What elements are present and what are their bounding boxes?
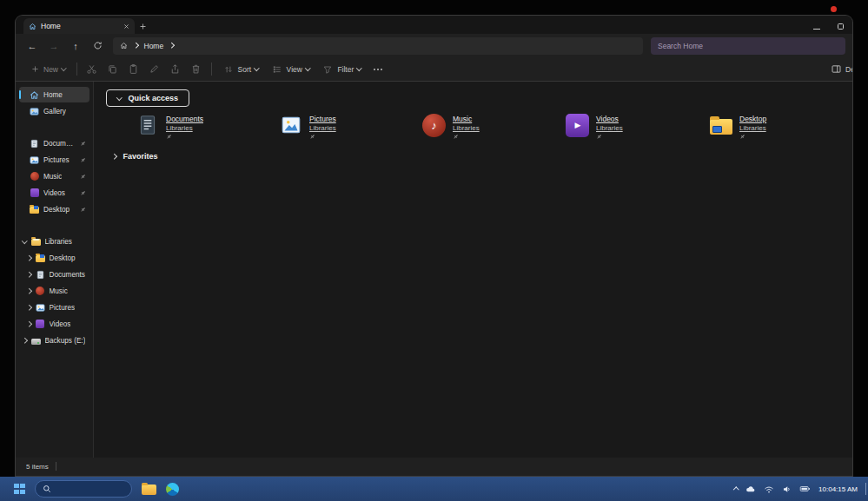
- new-button[interactable]: New: [24, 60, 72, 79]
- back-icon: ←: [28, 41, 37, 51]
- view-button-label: View: [287, 65, 302, 74]
- chevron-right-icon[interactable]: [26, 305, 31, 310]
- sidebar-item-label: Gallery: [43, 108, 66, 115]
- details-pane-button[interactable]: Details: [831, 57, 852, 81]
- breadcrumb-chevron-icon[interactable]: [169, 43, 174, 48]
- volume-icon[interactable]: [782, 485, 792, 494]
- chevron-down-icon: [61, 65, 66, 70]
- item-location: Libraries: [739, 124, 766, 132]
- sidebar-item-libraries-documents[interactable]: Documents: [19, 267, 89, 282]
- desktop-icon: [36, 254, 45, 263]
- quick-access-item-documents[interactable]: Documents Libraries: [136, 114, 279, 140]
- tray-overflow-chevron-icon[interactable]: [733, 487, 739, 492]
- play-glyph: ▶: [575, 121, 581, 129]
- sort-button[interactable]: Sort: [216, 60, 265, 79]
- back-button[interactable]: ←: [23, 37, 42, 55]
- sidebar-item-label: Pictures: [43, 156, 70, 164]
- refresh-button[interactable]: [88, 37, 107, 55]
- cut-button[interactable]: [82, 60, 103, 79]
- videos-icon: [36, 320, 45, 329]
- refresh-icon: [93, 41, 103, 50]
- delete-button[interactable]: [186, 60, 207, 79]
- taskbar-clock[interactable]: 10:04:15 AM: [818, 485, 858, 493]
- sidebar-item-music-pinned[interactable]: Music: [19, 168, 89, 184]
- quick-access-section-header[interactable]: Quick access: [106, 89, 189, 107]
- quick-access-item-pictures[interactable]: Pictures Libraries: [279, 114, 422, 140]
- up-button[interactable]: ↑: [66, 37, 85, 55]
- new-tab-button[interactable]: [135, 18, 150, 34]
- sidebar-item-desktop-pinned[interactable]: Desktop: [19, 201, 89, 217]
- view-button[interactable]: View: [265, 60, 316, 79]
- up-icon: ↑: [73, 41, 78, 51]
- onedrive-cloud-icon[interactable]: [745, 485, 756, 493]
- sidebar-item-libraries-desktop[interactable]: Desktop: [19, 250, 89, 266]
- more-options-button[interactable]: [368, 60, 388, 79]
- sidebar-item-documents-pinned[interactable]: Documents: [19, 135, 89, 151]
- favorites-label: Favorites: [123, 152, 158, 161]
- tab-strip: Home: [16, 16, 852, 34]
- chevron-right-icon[interactable]: [22, 338, 27, 343]
- chevron-right-icon[interactable]: [26, 272, 31, 277]
- sidebar-item-label: Videos: [43, 189, 65, 197]
- sidebar-item-label: Desktop: [43, 206, 70, 214]
- chevron-right-icon[interactable]: [26, 288, 31, 293]
- battery-icon[interactable]: [799, 485, 811, 493]
- forward-icon: →: [50, 41, 59, 51]
- maximize-button[interactable]: [838, 17, 844, 33]
- pin-icon: [739, 134, 766, 140]
- sidebar-item-videos-pinned[interactable]: Videos: [19, 185, 89, 201]
- paste-button[interactable]: [123, 60, 144, 79]
- navigation-pane: Home Gallery Documents: [16, 82, 94, 458]
- rename-button[interactable]: [144, 60, 165, 79]
- breadcrumb-home-icon[interactable]: [120, 42, 128, 49]
- sidebar-item-libraries-videos[interactable]: Videos: [19, 316, 89, 332]
- sidebar-item-backups-drive[interactable]: Backups (E:): [19, 333, 89, 348]
- command-bar: New Sort: [16, 57, 852, 82]
- sidebar-item-libraries[interactable]: Libraries: [19, 234, 89, 249]
- chevron-down-icon[interactable]: [22, 238, 27, 243]
- file-explorer-window: Home ← → ↑ Home: [16, 16, 852, 476]
- breadcrumb-segment-home[interactable]: Home: [144, 42, 164, 50]
- navigation-bar: ← → ↑ Home: [16, 34, 852, 57]
- sidebar-item-label: Music: [43, 173, 62, 181]
- home-icon: [30, 90, 39, 100]
- window-controls: [813, 18, 844, 31]
- sidebar-item-libraries-pictures[interactable]: Pictures: [19, 300, 89, 315]
- favorites-section-header[interactable]: Favorites: [112, 152, 158, 161]
- search-box: [651, 37, 845, 55]
- item-location: Libraries: [166, 124, 203, 132]
- taskbar-browser-icon[interactable]: [166, 483, 179, 496]
- new-button-label: New: [43, 65, 58, 74]
- quick-access-item-music[interactable]: ♪ Music Libraries: [422, 114, 566, 140]
- quick-access-item-videos[interactable]: ▶ Videos Libraries: [566, 114, 709, 140]
- tab-home[interactable]: Home: [23, 18, 135, 34]
- taskbar-search-box[interactable]: [35, 480, 132, 498]
- sidebar-item-home[interactable]: Home: [19, 87, 89, 102]
- start-button[interactable]: [14, 484, 25, 495]
- tab-close-icon[interactable]: [123, 23, 129, 30]
- item-name: Documents: [166, 115, 203, 123]
- sidebar-item-gallery[interactable]: Gallery: [19, 103, 89, 119]
- minimize-button[interactable]: [813, 17, 820, 33]
- tab-title: Home: [41, 22, 119, 30]
- show-desktop-button[interactable]: [865, 483, 866, 495]
- breadcrumb-chevron-icon[interactable]: [133, 43, 138, 48]
- chevron-right-icon: [111, 154, 116, 159]
- sidebar-item-pictures-pinned[interactable]: Pictures: [19, 152, 89, 168]
- search-input[interactable]: [651, 42, 845, 50]
- pin-icon: [596, 134, 623, 140]
- sidebar-item-libraries-music[interactable]: Music: [19, 283, 89, 299]
- forward-button[interactable]: →: [44, 37, 63, 55]
- chevron-down-icon: [254, 65, 259, 70]
- chevron-right-icon[interactable]: [26, 255, 31, 260]
- taskbar-file-explorer-icon[interactable]: [142, 485, 156, 495]
- chevron-right-icon[interactable]: [26, 321, 31, 326]
- share-button[interactable]: [165, 60, 186, 79]
- pin-icon: [80, 141, 86, 147]
- wifi-icon[interactable]: [764, 485, 774, 494]
- copy-button[interactable]: [103, 60, 123, 79]
- sidebar-item-label: Documents: [43, 140, 76, 148]
- drive-icon: [31, 336, 41, 346]
- filter-button[interactable]: Filter: [315, 60, 367, 79]
- quick-access-item-desktop[interactable]: Desktop Libraries: [709, 114, 852, 140]
